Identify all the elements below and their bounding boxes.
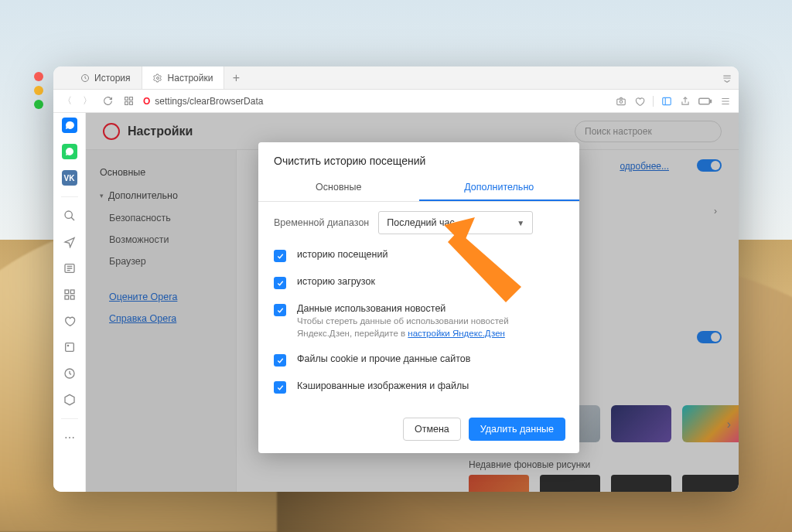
speed-dial-rail-icon[interactable] [62,287,77,302]
side-rail: VK ⋯ [53,113,86,492]
check-browsing-history[interactable]: историю посещений [274,242,564,269]
search-icon[interactable] [62,208,77,223]
forward-button[interactable]: 〉 [81,94,94,107]
back-button[interactable]: 〈 [61,94,73,107]
svg-rect-6 [617,99,626,105]
svg-rect-5 [130,102,133,105]
checkbox-checked-icon[interactable] [274,250,286,262]
svg-rect-13 [65,290,69,294]
gear-icon [153,73,163,83]
tab-settings-label: Настройки [168,73,213,84]
snapshot-icon[interactable] [616,96,626,107]
modal-tabs: Основные Дополнительно [258,175,579,202]
clear-data-modal: Очистить историю посещений Основные Допо… [258,142,579,453]
svg-rect-8 [663,97,671,104]
url-text: settings/clearBrowserData [155,96,263,107]
opera-icon: O [143,96,150,107]
address-bar: 〈 〉 O settings/clearBrowserData [53,90,739,113]
tabs-menu-icon[interactable] [715,66,739,89]
svg-rect-9 [699,98,710,104]
svg-rect-3 [130,97,133,101]
time-range-label: Временной диапазон [274,217,369,228]
tab-history[interactable]: История [69,66,142,89]
svg-point-11 [65,211,72,218]
speed-dial-icon[interactable] [122,96,135,106]
check-news-usage[interactable]: Данные использования новостей Чтобы стер… [274,296,564,346]
modal-tab-basic[interactable]: Основные [258,175,419,201]
svg-point-7 [620,100,623,103]
bookmarks-icon[interactable] [62,313,77,329]
checkbox-checked-icon[interactable] [274,381,286,394]
modal-tab-advanced[interactable]: Дополнительно [419,175,580,201]
share-icon[interactable] [680,96,691,107]
menu-icon[interactable] [720,96,731,107]
check-cookies[interactable]: Файлы cookie и прочие данные сайтов [274,346,564,373]
modal-title: Очистить историю посещений [258,142,579,175]
delete-data-button[interactable]: Удалить данные [469,418,565,441]
sidebar-toggle-icon[interactable] [661,96,672,107]
svg-point-1 [157,77,159,79]
vk-icon[interactable]: VK [62,170,77,186]
url-field[interactable]: O settings/clearBrowserData [143,96,608,107]
browser-window: История Настройки + 〈 〉 O settings/clear… [53,66,739,492]
time-range-value: Последний час [387,217,455,228]
personal-news-icon[interactable] [62,339,77,355]
checkbox-checked-icon[interactable] [274,354,286,367]
extensions-icon[interactable] [62,392,77,408]
news-icon[interactable] [62,261,77,276]
check-download-history[interactable]: историю загрузок [274,269,564,296]
tab-settings[interactable]: Настройки [142,66,225,89]
heart-icon[interactable] [634,96,645,107]
svg-rect-15 [65,295,69,299]
svg-point-18 [67,345,68,346]
cancel-button[interactable]: Отмена [403,418,461,441]
chevron-down-icon: ▼ [517,219,524,227]
new-tab-button[interactable]: + [224,66,248,89]
flow-icon[interactable] [62,234,77,250]
whatsapp-icon[interactable] [62,144,77,159]
reload-button[interactable] [101,96,114,106]
messenger-icon[interactable] [62,118,77,133]
checkbox-checked-icon[interactable] [274,277,286,289]
tab-history-label: История [94,73,131,84]
svg-rect-14 [70,290,74,294]
svg-rect-2 [125,97,128,101]
svg-rect-16 [70,295,74,299]
time-range-select[interactable]: Последний час ▼ [378,211,533,234]
svg-rect-17 [65,343,73,352]
history-rail-icon[interactable] [62,366,77,381]
checkbox-checked-icon[interactable] [274,304,286,316]
rail-more-icon[interactable]: ⋯ [62,430,77,445]
history-icon [80,73,90,83]
battery-icon[interactable] [698,97,712,106]
svg-rect-4 [125,102,128,105]
svg-rect-10 [710,100,712,102]
macos-traffic-lights [34,72,43,109]
check-cache[interactable]: Кэшированные изображения и файлы [274,373,564,401]
tab-strip: История Настройки + [53,66,739,90]
zen-settings-link[interactable]: настройки Яндекс.Дзен [408,329,505,338]
